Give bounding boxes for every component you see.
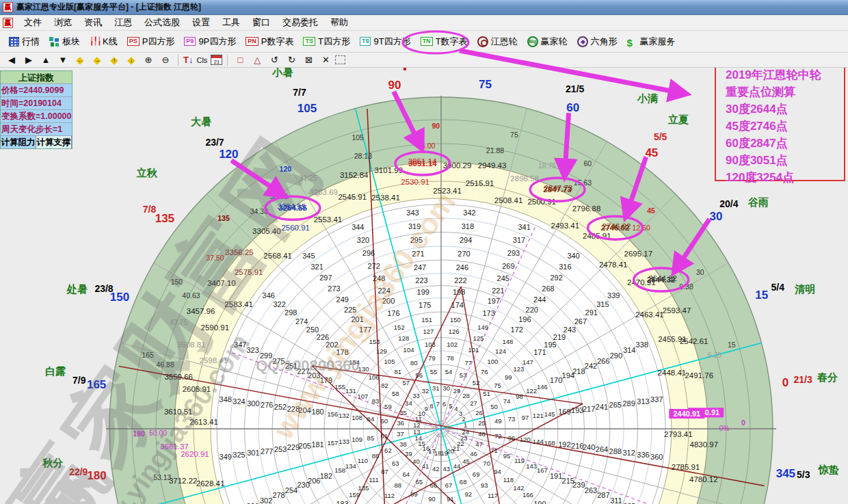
svg-text:7/7: 7/7 <box>293 87 306 98</box>
toolbar-button-sectors[interactable]: 板块 <box>44 34 85 50</box>
svg-text:2478.41: 2478.41 <box>599 261 628 269</box>
square-tool-icon[interactable]: □ <box>233 54 248 66</box>
svg-text:29: 29 <box>453 387 461 395</box>
svg-text:313: 313 <box>637 397 649 406</box>
svg-text:145: 145 <box>544 410 555 418</box>
svg-text:24: 24 <box>462 428 469 436</box>
svg-text:345: 345 <box>776 467 795 480</box>
svg-text:8: 8 <box>430 402 434 410</box>
menu-设置[interactable]: 设置 <box>187 15 215 30</box>
xbox-icon[interactable]: ⊠ <box>301 54 316 66</box>
toolbar-button-p-table[interactable]: PNP数字表 <box>241 34 298 50</box>
svg-text:183: 183 <box>336 500 348 504</box>
zoom-in-icon[interactable]: ⊕ <box>141 54 156 66</box>
svg-text:97: 97 <box>522 414 529 421</box>
svg-text:192: 192 <box>558 440 570 449</box>
svg-text:4830.97: 4830.97 <box>689 440 718 449</box>
svg-text:152: 152 <box>394 323 405 331</box>
calc-button-0[interactable]: 计算阻力 <box>1 136 36 148</box>
gann-wheel-label: 江恩轮 <box>491 36 518 48</box>
svg-text:12.50: 12.50 <box>633 224 650 232</box>
zoom-out-icon[interactable]: ⊖ <box>158 54 173 66</box>
calc-button-1[interactable]: 计算支撑 <box>36 136 72 148</box>
toolbar-button-hexagon[interactable]: 六角形 <box>572 34 622 50</box>
dashed-select-icon[interactable] <box>335 55 345 64</box>
t-square-icon: TS <box>303 37 315 46</box>
svg-text:297: 297 <box>319 274 332 282</box>
next-icon[interactable]: ▶ <box>21 54 36 66</box>
diamond-down-icon[interactable]: ◆↓ <box>124 54 139 66</box>
t-updown-icon[interactable]: T↓ <box>183 54 193 66</box>
svg-text:18.75: 18.75 <box>538 161 556 170</box>
toolbar-button-quotes[interactable]: 行情 <box>4 34 44 50</box>
svg-text:3: 3 <box>459 410 462 417</box>
svg-text:120: 120 <box>520 436 531 443</box>
svg-text:50: 50 <box>490 403 498 410</box>
svg-text:181: 181 <box>311 440 323 449</box>
svg-text:336: 336 <box>637 451 649 459</box>
svg-text:106: 106 <box>369 373 380 381</box>
svg-text:48: 48 <box>478 430 486 438</box>
svg-text:276: 276 <box>261 401 273 409</box>
svg-text:131: 131 <box>345 387 356 395</box>
svg-text:49: 49 <box>494 417 502 425</box>
svg-text:25: 25 <box>478 419 486 427</box>
main-toolbar: 行情板块╽╿╽K线PSP四方形P99P四方形PNP数字表TST四方形T99T四方… <box>0 31 848 53</box>
svg-text:86: 86 <box>372 452 380 460</box>
rotate-cw-icon[interactable]: ↻ <box>284 54 299 66</box>
menu-工具[interactable]: 工具 <box>217 15 246 30</box>
svg-text:360: 360 <box>650 453 663 461</box>
diamond-left-icon[interactable]: ◆← <box>72 54 88 66</box>
menu-帮助[interactable]: 帮助 <box>325 15 354 30</box>
app-icon-small: 赢 <box>3 18 13 28</box>
up-icon[interactable]: ▲ <box>38 54 53 66</box>
calendar-icon[interactable]: 21 <box>211 55 222 65</box>
menu-文件[interactable]: 文件 <box>18 15 47 30</box>
svg-text:37: 37 <box>397 430 404 438</box>
rotate-ccw-icon[interactable]: ↺ <box>267 54 282 66</box>
toolbar-button-kline[interactable]: ╽╿╽K线 <box>85 34 122 50</box>
menu-交易委托[interactable]: 交易委托 <box>277 15 323 30</box>
svg-text:146: 146 <box>537 383 548 390</box>
diamond-up-icon[interactable]: ◆↑ <box>107 54 122 66</box>
svg-text:3000.29: 3000.29 <box>443 161 472 170</box>
annotation-line-0: 2019年江恩轮中轮 <box>726 66 844 83</box>
toolbar-button-p-square[interactable]: PSP四方形 <box>122 34 180 50</box>
toolbar-button-t-table[interactable]: TNT数字表 <box>416 34 473 50</box>
svg-text:93: 93 <box>481 481 488 489</box>
svg-text:45: 45 <box>462 457 470 465</box>
diamond-right-icon[interactable]: ◆→ <box>90 54 105 66</box>
svg-text:264: 264 <box>596 445 608 453</box>
toolbar-button-t-square[interactable]: TST四方形 <box>298 34 354 50</box>
menu-公式选股[interactable]: 公式选股 <box>139 15 185 30</box>
menu-浏览[interactable]: 浏览 <box>49 15 77 30</box>
cross-icon[interactable]: ✕ <box>318 54 333 66</box>
svg-text:2538.41: 2538.41 <box>371 194 400 202</box>
svg-text:95: 95 <box>503 452 511 460</box>
parameter-panel: 上证指数 价格=2440.9099时间=20190104变换系数=1.00000… <box>0 70 72 149</box>
cls-button[interactable]: Cls <box>195 54 209 66</box>
prev-icon[interactable]: ◀ <box>4 54 19 66</box>
svg-text:3051.14: 3051.14 <box>408 157 437 165</box>
svg-text:288: 288 <box>609 447 622 455</box>
toolbar-button-winner-wheel[interactable]: Big赢家轮 <box>522 34 572 50</box>
svg-text:300: 300 <box>247 399 259 408</box>
down-icon[interactable]: ▼ <box>55 54 70 66</box>
svg-text:274: 274 <box>295 317 308 326</box>
menu-资讯[interactable]: 资讯 <box>79 15 107 30</box>
toolbar-button-9t-square[interactable]: T99T四方形 <box>355 34 416 50</box>
menu-bar: 赢 文件浏览资讯江恩公式选股设置工具窗口交易委托帮助 <box>0 15 848 31</box>
svg-text:193: 193 <box>571 406 583 414</box>
svg-text:20/4: 20/4 <box>719 198 738 209</box>
svg-text:处暑: 处暑 <box>66 283 88 295</box>
menu-窗口[interactable]: 窗口 <box>247 15 276 30</box>
svg-text:124: 124 <box>495 347 506 355</box>
toolbar-button-gann-wheel[interactable]: 江恩轮 <box>473 34 522 50</box>
svg-text:60: 60 <box>380 417 388 425</box>
svg-text:107: 107 <box>358 393 369 400</box>
toolbar-button-winner-service[interactable]: $赢家服务 <box>622 34 680 50</box>
triangle-tool-icon[interactable]: △ <box>250 54 265 66</box>
toolbar-button-9p-square[interactable]: P99P四方形 <box>179 34 241 50</box>
svg-text:2628.41: 2628.41 <box>196 479 225 488</box>
menu-江恩[interactable]: 江恩 <box>109 15 137 30</box>
